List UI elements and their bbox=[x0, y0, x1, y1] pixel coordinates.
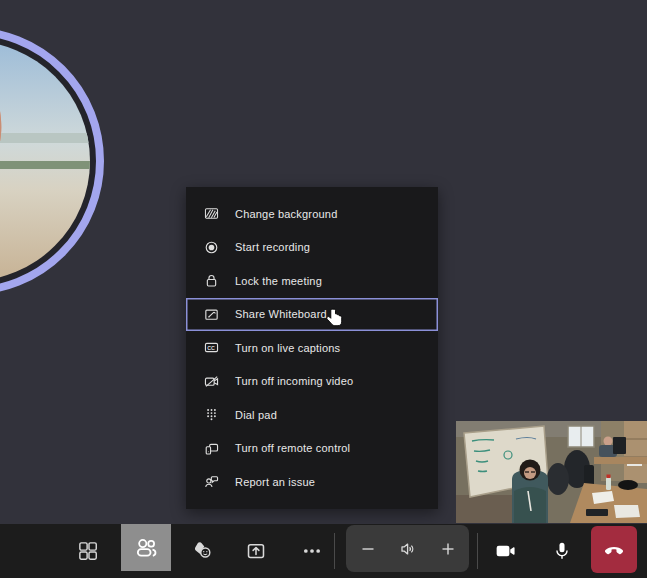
call-controls-toolbar bbox=[0, 524, 647, 578]
room-scene bbox=[456, 421, 647, 523]
speaker-icon bbox=[398, 539, 418, 559]
report-issue-icon bbox=[203, 473, 220, 490]
room-video-thumbnail[interactable] bbox=[456, 421, 647, 523]
microphone-icon bbox=[551, 540, 573, 562]
camera-button[interactable] bbox=[491, 537, 519, 565]
whiteboard-icon bbox=[203, 306, 220, 323]
participant-avatar bbox=[0, 27, 104, 295]
participants-button-active[interactable] bbox=[121, 524, 171, 571]
avatar-photo bbox=[0, 41, 90, 281]
svg-text:CC: CC bbox=[207, 345, 215, 351]
menu-item-start-recording[interactable]: Start recording bbox=[186, 231, 438, 265]
menu-item-change-background[interactable]: Change background bbox=[186, 197, 438, 231]
menu-item-label: Share Whiteboard bbox=[235, 308, 327, 320]
dialpad-icon bbox=[203, 406, 220, 423]
toolbar-divider bbox=[477, 533, 478, 569]
background-effects-icon bbox=[203, 205, 220, 222]
grid-icon bbox=[77, 540, 99, 562]
more-options-button[interactable] bbox=[298, 537, 326, 565]
reactions-button[interactable] bbox=[188, 537, 216, 565]
share-tray-icon bbox=[245, 540, 267, 562]
menu-item-incoming-video[interactable]: Turn off incoming video bbox=[186, 365, 438, 399]
record-icon bbox=[203, 239, 220, 256]
microphone-button[interactable] bbox=[548, 537, 576, 565]
meeting-options-menu: Change background Start recording Lock t… bbox=[186, 187, 438, 509]
menu-item-live-captions[interactable]: CC Turn on live captions bbox=[186, 331, 438, 365]
reactions-icon bbox=[191, 540, 213, 562]
people-icon bbox=[134, 536, 158, 560]
hangup-button[interactable] bbox=[591, 526, 637, 573]
avatar-illustration bbox=[0, 41, 90, 281]
lock-icon bbox=[203, 272, 220, 289]
remote-control-icon bbox=[203, 440, 220, 457]
menu-item-dial-pad[interactable]: Dial pad bbox=[186, 398, 438, 432]
gallery-view-button[interactable] bbox=[74, 537, 102, 565]
volume-control-group bbox=[346, 525, 469, 572]
hand-cursor bbox=[326, 308, 343, 328]
menu-item-share-whiteboard[interactable]: Share Whiteboard bbox=[186, 298, 438, 332]
menu-item-label: Dial pad bbox=[235, 409, 277, 421]
volume-up-button[interactable] bbox=[428, 525, 468, 572]
share-button[interactable] bbox=[242, 537, 270, 565]
menu-item-label: Start recording bbox=[235, 241, 310, 253]
menu-item-lock-meeting[interactable]: Lock the meeting bbox=[186, 264, 438, 298]
menu-item-remote-control[interactable]: Turn off remote control bbox=[186, 432, 438, 466]
captions-icon: CC bbox=[203, 339, 220, 356]
menu-item-label: Change background bbox=[235, 208, 337, 220]
menu-item-report-issue[interactable]: Report an issue bbox=[186, 465, 438, 499]
hangup-icon bbox=[602, 538, 626, 562]
video-off-icon bbox=[203, 373, 220, 390]
menu-item-label: Turn off remote control bbox=[235, 442, 350, 454]
menu-item-label: Turn on live captions bbox=[235, 342, 340, 354]
toolbar-divider bbox=[334, 533, 335, 569]
menu-item-label: Report an issue bbox=[235, 476, 315, 488]
minus-icon bbox=[358, 539, 378, 559]
speaker-button[interactable] bbox=[388, 525, 428, 572]
camera-icon bbox=[494, 540, 516, 562]
ellipsis-icon bbox=[301, 540, 323, 562]
menu-item-label: Lock the meeting bbox=[235, 275, 322, 287]
menu-item-label: Turn off incoming video bbox=[235, 375, 353, 387]
volume-down-button[interactable] bbox=[348, 525, 388, 572]
plus-icon bbox=[438, 539, 458, 559]
